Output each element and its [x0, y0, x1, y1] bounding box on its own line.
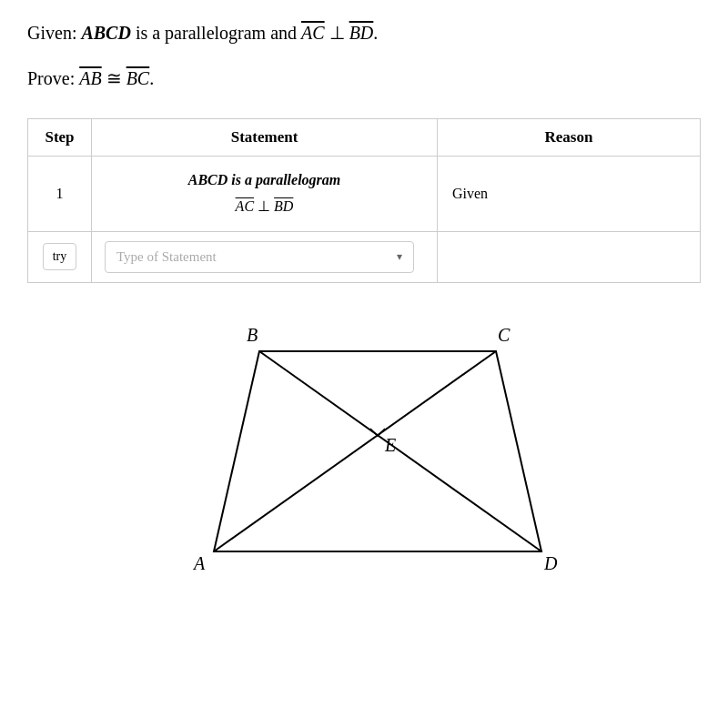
given-abcd: ABCD is a parallelogram and AC ⊥ BD. [81, 23, 378, 43]
geometry-diagram: B C E A D [159, 310, 569, 611]
prove-label: Prove: [27, 68, 75, 88]
try-step-cell: try [28, 231, 92, 282]
prove-section: Prove: AB ≅ BC. [27, 64, 701, 93]
label-b: B [247, 325, 258, 345]
col-statement: Statement [92, 119, 438, 157]
col-reason: Reason [438, 119, 701, 157]
col-step: Step [28, 119, 92, 157]
reason-cell: Given [438, 157, 701, 232]
try-button[interactable]: try [43, 243, 77, 270]
statement-line1: ABCD is a parallelogram [106, 167, 422, 194]
label-a: A [192, 553, 206, 573]
statement-line2: AC ⊥ BD [106, 194, 422, 220]
label-e: E [384, 435, 396, 455]
statement-cell: ABCD is a parallelogram AC ⊥ BD [92, 157, 438, 232]
given-label: Given: [27, 23, 76, 43]
proof-table: Step Statement Reason 1 ABCD is a parall… [27, 118, 701, 283]
chevron-down-icon: ▾ [397, 250, 402, 264]
label-d: D [543, 553, 558, 573]
label-c: C [498, 325, 511, 345]
try-row: try Type of Statement ▾ [28, 231, 701, 282]
statement-dropdown[interactable]: Type of Statement ▾ [105, 241, 414, 273]
table-row: 1 ABCD is a parallelogram AC ⊥ BD Given [28, 157, 701, 232]
diagonal-ac [214, 351, 496, 551]
parallelogram-shape [214, 351, 541, 551]
try-statement-cell[interactable]: Type of Statement ▾ [92, 231, 438, 282]
given-section: Given: ABCD is a parallelogram and AC ⊥ … [27, 18, 701, 47]
diagonal-bd [259, 351, 541, 551]
step-number: 1 [28, 157, 92, 232]
try-reason-cell [438, 231, 701, 282]
diagram-container: B C E A D [27, 310, 701, 611]
prove-statement: AB ≅ BC. [79, 68, 154, 88]
dropdown-placeholder: Type of Statement [116, 249, 217, 265]
